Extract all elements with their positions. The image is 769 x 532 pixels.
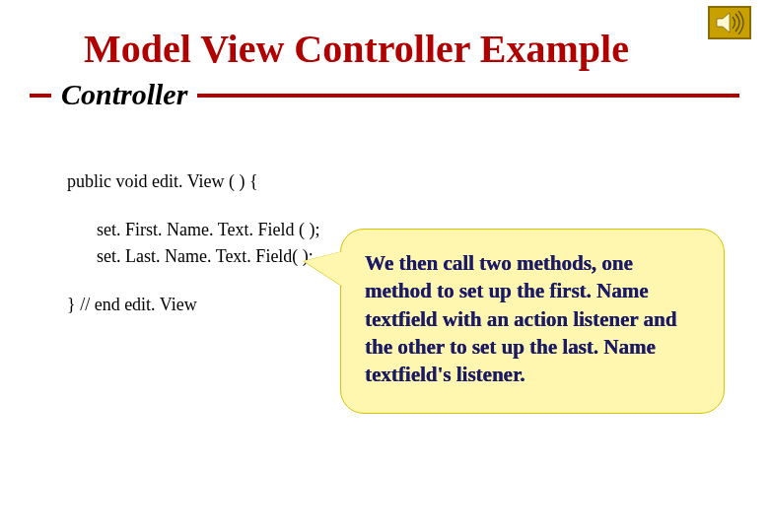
page-subtitle: Controller <box>51 78 197 113</box>
svg-marker-0 <box>717 13 730 33</box>
code-line: public void edit. View ( ) { <box>67 168 739 195</box>
callout-bubble: We then call two methods, one method to … <box>340 229 725 414</box>
divider-right <box>197 94 739 98</box>
speaker-icon <box>715 11 744 34</box>
divider-row: Controller <box>0 78 769 113</box>
page-title: Model View Controller Example <box>0 0 769 78</box>
divider-left <box>30 94 51 98</box>
callout-text: We then call two methods, one method to … <box>365 249 700 389</box>
sound-icon <box>708 6 751 39</box>
